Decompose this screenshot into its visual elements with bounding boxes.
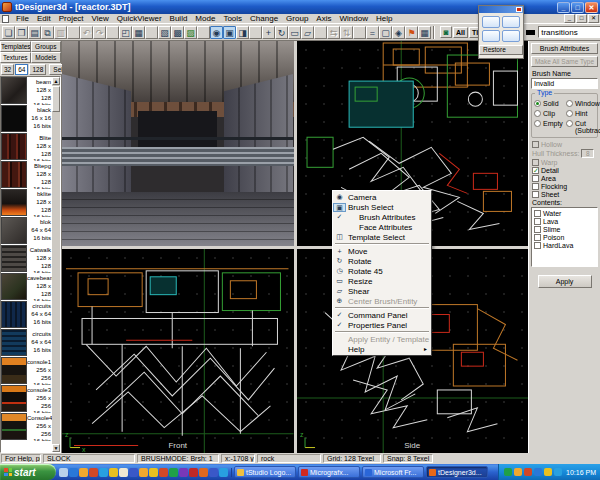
quick-launch-icon[interactable] [79, 468, 88, 477]
quick-launch-icon[interactable] [69, 468, 78, 477]
close-button[interactable]: ✕ [585, 2, 598, 13]
texture-list-item[interactable]: Blite 128 x 128 16 bits [1, 133, 52, 161]
toolbar-button[interactable]: ◈ [392, 26, 405, 39]
toolbar-button[interactable]: ▢ [379, 26, 392, 39]
menu-item[interactable]: QuickViewer [113, 14, 166, 23]
viewport-layout-button-1[interactable] [482, 16, 500, 28]
toolbar-button[interactable]: ↷ [93, 26, 106, 39]
toolbar-button[interactable]: ▩ [171, 26, 184, 39]
texture-lock-icon[interactable]: ◙ [440, 26, 452, 38]
texture-group-combo[interactable]: transitions ▼ [538, 26, 600, 38]
context-menu-item[interactable] [335, 243, 429, 245]
start-button[interactable]: start [0, 464, 56, 480]
toolbar-button[interactable]: ⇅ [340, 26, 353, 39]
context-menu-item[interactable] [335, 331, 429, 333]
quick-launch-icon[interactable] [99, 468, 108, 477]
taskbar-task-button[interactable]: Microsoft Fr... [362, 466, 424, 478]
texture-list-item[interactable]: bklite 128 x 128 16 bits [1, 189, 52, 217]
menu-item[interactable]: Tools [219, 14, 246, 23]
quick-launch-icon[interactable] [149, 468, 158, 477]
palette-title-bar[interactable] [479, 6, 523, 13]
toolbar-button[interactable]: ▦ [132, 26, 145, 39]
menu-item[interactable]: Help [372, 14, 396, 23]
tray-icon[interactable] [554, 468, 562, 476]
toolbar-button[interactable]: ▭ [288, 26, 301, 39]
contents-checkbox[interactable]: Poison [534, 234, 596, 241]
toolbar-button[interactable] [145, 26, 158, 39]
minimize-button[interactable]: _ [557, 2, 570, 13]
brush-flag-checkbox[interactable]: Area [532, 175, 598, 182]
brush-type-radio[interactable]: Cut (Subtract) [566, 120, 600, 134]
quick-launch-icon[interactable] [209, 468, 218, 477]
context-menu-item[interactable]: Face Attributes [333, 222, 431, 232]
brush-type-radio[interactable]: Solid [534, 100, 566, 107]
toolbar-button[interactable]: + [262, 26, 275, 39]
menu-item[interactable]: Group [282, 14, 312, 23]
maximize-button[interactable]: □ [571, 2, 584, 13]
context-menu-item[interactable]: ◉ Camera [333, 192, 431, 202]
tray-icon[interactable] [544, 468, 552, 476]
menu-item[interactable]: Change [246, 14, 282, 23]
context-menu-item[interactable]: + Move [333, 246, 431, 256]
texture-size-button[interactable]: 32 [1, 64, 14, 75]
quick-launch-icon[interactable] [139, 468, 148, 477]
restore-button[interactable]: Restore [479, 45, 523, 55]
viewport-layout-button-2[interactable] [502, 16, 520, 28]
taskbar-task-button[interactable]: Micrografx... [298, 466, 360, 478]
brush-flag-checkbox[interactable]: Sheet [532, 191, 598, 198]
toolbar-button[interactable]: ↻ [275, 26, 288, 39]
taskbar-task-button[interactable]: tDesigner3d... [426, 466, 488, 478]
brush-type-radio[interactable]: Window [566, 100, 600, 107]
document-icon[interactable] [2, 15, 9, 23]
apply-button[interactable]: Apply [538, 275, 592, 288]
panel-tab[interactable]: Templates [0, 41, 31, 52]
toolbar-button[interactable]: ⇆ [327, 26, 340, 39]
contents-checkbox[interactable]: Slime [534, 226, 596, 233]
viewport-layout-button-3[interactable] [482, 30, 500, 42]
toolbar-button[interactable] [249, 26, 262, 39]
toolbar-button[interactable]: ⧉ [41, 26, 54, 39]
toolbar-button[interactable] [353, 26, 366, 39]
context-menu-item[interactable]: ▱ Shear [333, 286, 431, 296]
mdi-close-button[interactable]: ✕ [588, 14, 599, 23]
quick-launch-icon[interactable] [119, 468, 128, 477]
context-menu-item[interactable]: ↻ Rotate [333, 256, 431, 266]
toolbar-button[interactable] [314, 26, 327, 39]
context-menu-item[interactable]: Help ► [333, 344, 431, 354]
toolbar-button[interactable]: ▱ [301, 26, 314, 39]
menu-item[interactable]: File [12, 14, 33, 23]
mdi-restore-button[interactable]: □ [576, 14, 587, 23]
menu-item[interactable]: Axis [312, 14, 335, 23]
context-menu-item[interactable]: ✓ Brush Attributes [333, 212, 431, 222]
brush-type-radio[interactable]: Empty [534, 120, 566, 134]
menu-item[interactable]: Project [55, 14, 88, 23]
texture-list-item[interactable]: cavebeam 128 x 128 16 bits [1, 273, 52, 301]
menu-item[interactable]: Window [335, 14, 371, 23]
toolbar-button[interactable]: ❏ [2, 26, 15, 39]
contents-checkbox[interactable]: Lava [534, 218, 596, 225]
toolbar-button[interactable]: ▣ [223, 26, 236, 39]
texture-list-item[interactable]: console1 256 x 256 16 bits [1, 357, 52, 385]
texture-list-item[interactable]: Bltepg 128 x 128 16 bits [1, 161, 52, 189]
toolbar-button[interactable]: ◰ [119, 26, 132, 39]
menu-item[interactable]: Build [166, 14, 192, 23]
quick-launch-icon[interactable] [59, 468, 68, 477]
quick-launch-icon[interactable] [159, 468, 168, 477]
palette-close-icon[interactable] [516, 7, 522, 12]
brush-type-radio[interactable]: Clip [534, 110, 566, 117]
texture-list-item[interactable]: circuits 64 x 64 16 bits [1, 329, 52, 357]
quick-launch-icon[interactable] [179, 468, 188, 477]
toolbar-button[interactable] [106, 26, 119, 39]
texture-filter-button[interactable]: All [453, 27, 468, 38]
texture-list-item[interactable]: Console4 256 x 256 16 bits [1, 413, 52, 441]
viewport-3d[interactable] [62, 41, 294, 246]
context-menu-item[interactable] [335, 307, 429, 309]
toolbar-button[interactable]: ▥ [54, 26, 67, 39]
toolbar-button[interactable]: ⚑ [405, 26, 418, 39]
menu-item[interactable]: Mode [191, 14, 219, 23]
context-menu-item[interactable]: Apply Entity / Template [333, 334, 431, 344]
panel-tab[interactable]: Models [31, 52, 62, 63]
tray-icon[interactable] [514, 468, 522, 476]
toolbar-button[interactable]: ▦ [418, 26, 431, 39]
quick-launch-icon[interactable] [109, 468, 118, 477]
